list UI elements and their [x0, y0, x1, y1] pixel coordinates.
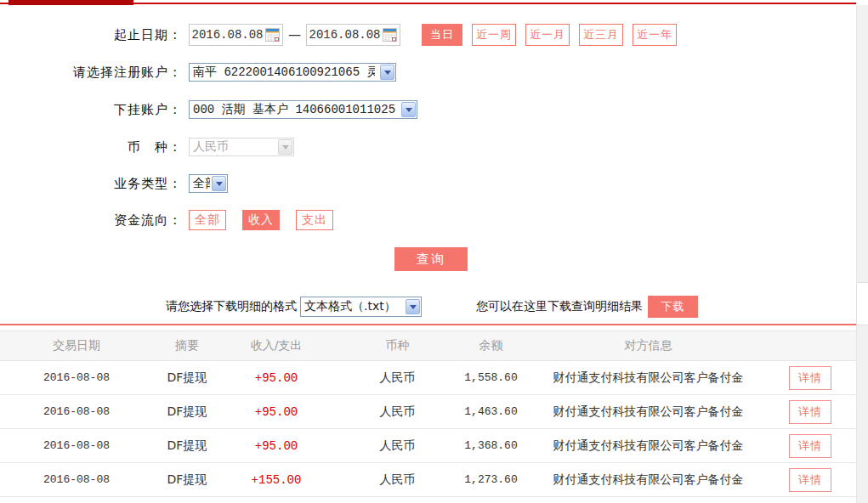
sub-account-row: 下挂账户： 000 活期 基本户 1406600101102571848 [0, 100, 417, 119]
chevron-down-icon [406, 299, 420, 314]
transaction-query-page: 起止日期： 2016.08.08 — 2016.08.08 [0, 0, 868, 503]
cell-currency: 人民币 [332, 438, 463, 454]
currency-select: 人民币 [189, 138, 294, 156]
quick-range-week-button[interactable]: 近一周 [472, 24, 516, 46]
currency-value: 人民币 [193, 139, 273, 155]
business-type-value: 全部 [193, 176, 210, 191]
header-summary: 摘要 [153, 338, 221, 353]
chevron-down-icon [212, 176, 226, 191]
flow-expense-button[interactable]: 支出 [296, 210, 333, 230]
register-account-row: 请选择注册账户： 南平 6222001406100921065 灵通卡 [0, 63, 396, 82]
cell-counterparty: 财付通支付科技有限公司客户备付金 [519, 438, 778, 454]
cell-amount: +95.00 [221, 371, 332, 385]
active-tab-indicator [9, 0, 133, 5]
sub-account-select[interactable]: 000 活期 基本户 1406600101102571848 [189, 100, 417, 119]
sub-account-label: 下挂账户： [0, 102, 185, 118]
cell-counterparty: 财付通支付科技有限公司客户备付金 [519, 404, 778, 420]
section-divider [0, 324, 856, 325]
currency-row: 币 种： 人民币 [0, 138, 294, 156]
table-row: 2016-08-08 DF提现 +95.00 人民币 1,368.60 财付通支… [0, 429, 856, 463]
register-account-select[interactable]: 南平 6222001406100921065 灵通卡 [189, 63, 396, 82]
scrollbar-track[interactable] [856, 5, 868, 503]
cell-balance: 1,368.60 [463, 439, 519, 452]
cell-balance: 1,558.60 [463, 371, 519, 384]
download-row: 请您选择下载明细的格式 文本格式（.txt） 您可以在这里下载查询明细结果 下载 [0, 296, 698, 318]
table-header: 交易日期 摘要 收入/支出 币种 余额 对方信息 [0, 331, 856, 361]
cell-summary: DF提现 [153, 404, 221, 420]
cell-counterparty: 财付通支付科技有限公司客户备付金 [519, 370, 778, 386]
sub-account-value: 000 活期 基本户 1406600101102571848 [193, 102, 396, 117]
download-hint: 您可以在这里下载查询明细结果 [476, 299, 643, 314]
calendar-icon[interactable] [383, 28, 397, 42]
scrollbar-thumb[interactable] [856, 282, 868, 325]
date-from-input[interactable]: 2016.08.08 [189, 24, 283, 46]
cell-date: 2016-08-08 [0, 405, 153, 418]
date-to-input[interactable]: 2016.08.08 [306, 24, 400, 46]
chevron-down-icon [278, 139, 292, 155]
table-row: 2016-08-08 DF提现 +95.00 人民币 1,463.60 财付通支… [0, 395, 856, 429]
date-range-row: 起止日期： 2016.08.08 — 2016.08.08 [0, 24, 677, 46]
currency-label: 币 种： [0, 139, 185, 155]
header-currency: 币种 [332, 338, 463, 353]
chevron-down-icon [401, 102, 416, 117]
cell-balance: 1,273.60 [463, 473, 519, 486]
fund-flow-label: 资金流向： [0, 212, 185, 229]
cell-amount: +95.00 [221, 439, 332, 453]
cell-date: 2016-08-08 [0, 473, 153, 486]
quick-range-3months-button[interactable]: 近三月 [579, 24, 623, 46]
table-row: 2016-08-08 DF提现 +155.00 人民币 1,273.60 财付通… [0, 463, 856, 497]
register-account-label: 请选择注册账户： [0, 65, 185, 81]
business-type-select[interactable]: 全部 [189, 174, 228, 193]
table-row: 2016-08-08 DF提现 +95.00 人民币 1,558.60 财付通支… [0, 361, 856, 395]
cell-currency: 人民币 [332, 404, 463, 420]
cell-amount: +155.00 [221, 473, 332, 487]
download-button[interactable]: 下载 [648, 296, 698, 318]
chevron-down-icon [380, 65, 394, 80]
business-type-row: 业务类型： 全部 [0, 174, 228, 193]
cell-counterparty: 财付通支付科技有限公司客户备付金 [519, 472, 778, 488]
cell-currency: 人民币 [332, 370, 463, 386]
download-format-label: 请您选择下载明细的格式 [166, 299, 297, 314]
quick-range-year-button[interactable]: 近一年 [633, 24, 677, 46]
download-format-value: 文本格式（.txt） [304, 299, 400, 314]
header-amount: 收入/支出 [221, 338, 332, 353]
flow-all-button[interactable]: 全部 [189, 210, 226, 230]
date-range-label: 起止日期： [0, 27, 185, 43]
download-format-select[interactable]: 文本格式（.txt） [300, 297, 422, 317]
cell-amount: +95.00 [221, 405, 332, 419]
date-from-value: 2016.08.08 [190, 28, 265, 42]
cell-summary: DF提现 [153, 370, 221, 386]
detail-button[interactable]: 详情 [789, 366, 831, 390]
detail-button[interactable]: 详情 [789, 434, 831, 458]
header-counterparty: 对方信息 [519, 338, 778, 353]
detail-button[interactable]: 详情 [789, 468, 831, 492]
cell-date: 2016-08-08 [0, 371, 153, 384]
cell-date: 2016-08-08 [0, 439, 153, 452]
cell-currency: 人民币 [332, 472, 463, 488]
quick-range-month-button[interactable]: 近一月 [525, 24, 570, 46]
transactions-table: 交易日期 摘要 收入/支出 币种 余额 对方信息 2016-08-08 DF提现… [0, 331, 856, 497]
cell-balance: 1,463.60 [463, 405, 519, 418]
quick-range-today-button[interactable]: 当日 [422, 24, 462, 46]
date-separator: — [288, 27, 301, 42]
header-date: 交易日期 [0, 338, 153, 353]
business-type-label: 业务类型： [0, 176, 185, 192]
detail-button[interactable]: 详情 [789, 400, 831, 424]
cell-summary: DF提现 [153, 438, 221, 454]
date-to-value: 2016.08.08 [307, 28, 383, 42]
flow-income-button[interactable]: 收入 [242, 210, 280, 230]
query-button[interactable]: 查询 [394, 247, 468, 271]
register-account-value: 南平 6222001406100921065 灵通卡 [193, 65, 375, 80]
fund-flow-row: 资金流向： 全部 收入 支出 [0, 210, 349, 230]
calendar-icon[interactable] [265, 28, 280, 42]
cell-summary: DF提现 [153, 472, 221, 488]
header-balance: 余额 [463, 338, 519, 353]
